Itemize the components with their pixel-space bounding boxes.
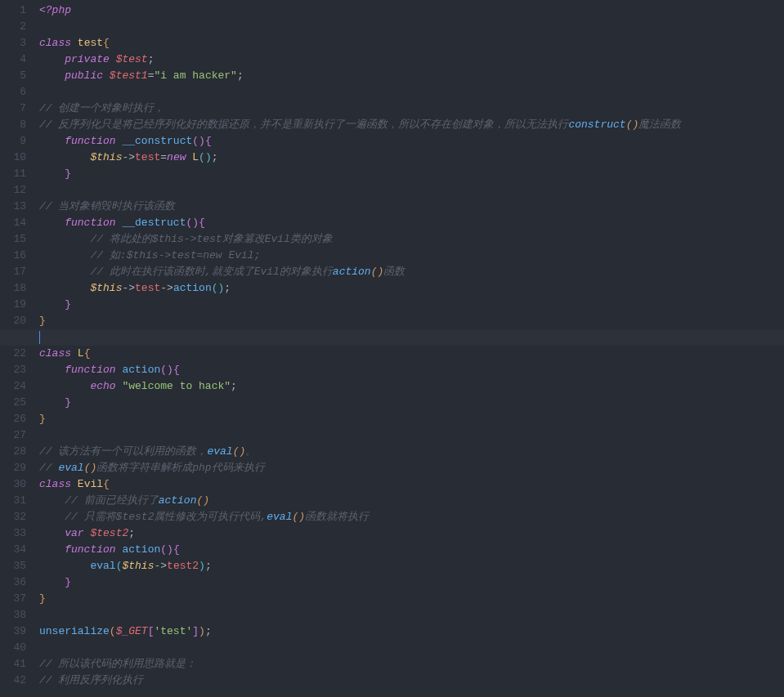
token-brace: { (84, 347, 91, 360)
token-cmtbrace: () (371, 266, 384, 278)
code-line[interactable] (33, 607, 784, 623)
token-comment: // 当对象销毁时执行该函数 (39, 200, 175, 212)
token-string: "welcome to hack" (122, 380, 231, 392)
token-brace2: { (173, 543, 180, 556)
line-number: 11 (0, 166, 33, 182)
code-line[interactable]: } (33, 313, 784, 329)
line-number: 14 (0, 215, 33, 231)
code-line[interactable]: } (33, 395, 784, 411)
token-keyword: private (65, 53, 110, 65)
line-number: 13 (0, 199, 33, 215)
token-brace2: } (65, 396, 71, 409)
code-line[interactable]: } (33, 591, 784, 607)
code-line[interactable]: $this->test->action(); (33, 280, 784, 297)
line-number: 7 (0, 101, 33, 117)
token-keyword: function (65, 364, 115, 376)
code-line[interactable]: // 如:$this->test=new Evil; (33, 248, 784, 264)
code-line[interactable]: class L{ (33, 346, 784, 362)
token-op: -> (154, 560, 167, 572)
code-line[interactable] (33, 182, 784, 199)
line-number: 17 (0, 264, 33, 280)
token-comment: 函数就将执行 (305, 511, 369, 523)
code-line[interactable] (33, 640, 784, 656)
code-line[interactable]: // 前面已经执行了action() (33, 493, 784, 509)
code-line[interactable]: function __construct(){ (33, 133, 784, 150)
code-line[interactable]: public $test1="i am hacker"; (33, 68, 784, 84)
code-area[interactable]: <?php class test{ private $test; public … (33, 0, 784, 689)
code-line[interactable]: } (33, 411, 784, 427)
token-var: $test1 (110, 69, 148, 82)
code-line[interactable]: // 此时在执行该函数时,就变成了Evil的对象执行action()函数 (33, 264, 784, 280)
code-line[interactable]: <?php (33, 2, 784, 19)
code-line[interactable] (33, 329, 784, 346)
token-cmtbrace: () (233, 445, 246, 458)
token-op: -> (122, 151, 135, 163)
token-punct: ; (148, 53, 155, 65)
token-default (39, 527, 65, 539)
token-brace: } (39, 592, 46, 605)
code-line[interactable]: function action(){ (33, 542, 784, 558)
code-line[interactable]: // 反序列化只是将已经序列化好的数据还原，并不是重新执行了一遍函数，所以不存在… (33, 117, 784, 133)
token-punct: ; (231, 380, 237, 392)
code-line[interactable]: var $test2; (33, 525, 784, 542)
token-brace2: () (160, 364, 173, 376)
token-brace2: () (186, 217, 199, 229)
line-number: 39 (0, 623, 33, 640)
code-line[interactable]: // 利用反序列化执行 (33, 672, 784, 689)
code-line[interactable]: } (33, 297, 784, 313)
line-number: 42 (0, 672, 33, 689)
code-line[interactable]: // 该方法有一个可以利用的函数，eval()。 (33, 444, 784, 460)
code-line[interactable]: } (33, 166, 784, 182)
token-default (39, 151, 90, 163)
token-brace: } (39, 315, 46, 327)
code-line[interactable]: class test{ (33, 35, 784, 51)
line-number: 36 (0, 574, 33, 591)
token-default (39, 396, 65, 409)
line-number: 1 (0, 2, 33, 19)
code-line[interactable]: function __destruct(){ (33, 215, 784, 231)
token-php: <? (39, 4, 52, 16)
code-line[interactable]: // 将此处的$this->test对象篡改Evil类的对象 (33, 231, 784, 248)
line-number: 4 (0, 51, 33, 68)
line-number: 5 (0, 68, 33, 84)
token-cmtfunc: eval (58, 462, 83, 474)
token-brace2: ] (192, 625, 199, 637)
code-line[interactable]: } (33, 574, 784, 591)
token-brace2: } (65, 576, 71, 588)
token-brace2: () (160, 543, 173, 556)
code-line[interactable]: // 只需将$test2属性修改为可执行代码,eval()函数就将执行 (33, 509, 784, 525)
code-line[interactable]: echo "welcome to hack"; (33, 378, 784, 395)
token-comment: // 只需将$test2属性修改为可执行代码, (65, 511, 267, 523)
code-line[interactable]: private $test; (33, 51, 784, 68)
token-comment: 函数将字符串解析成php代码来执行 (96, 462, 264, 474)
token-keyword: class (39, 478, 71, 490)
token-prop: test (135, 282, 160, 294)
code-line[interactable]: // 创建一个对象时执行， (33, 101, 784, 117)
token-keyword: new (167, 151, 186, 163)
token-default (39, 69, 65, 82)
code-line[interactable]: unserialize($_GET['test']); (33, 623, 784, 640)
code-editor[interactable]: 1234567891011121314151617181920212223242… (0, 0, 784, 689)
line-number: 38 (0, 607, 33, 623)
code-line[interactable] (33, 84, 784, 101)
code-line[interactable]: eval($this->test2); (33, 558, 784, 574)
token-default (71, 478, 78, 490)
code-line[interactable]: // 当对象销毁时执行该函数 (33, 199, 784, 215)
token-class: Evil (78, 478, 103, 490)
line-number: 19 (0, 297, 33, 313)
line-number: 6 (0, 84, 33, 101)
line-number: 25 (0, 395, 33, 411)
code-line[interactable]: // 所以该代码的利用思路就是： (33, 656, 784, 672)
token-func: action (122, 543, 160, 556)
code-line[interactable] (33, 427, 784, 444)
code-line[interactable]: $this->test=new L(); (33, 150, 784, 166)
code-line[interactable]: function action(){ (33, 362, 784, 378)
line-number: 33 (0, 525, 33, 542)
code-line[interactable] (33, 19, 784, 35)
token-func: unserialize (39, 625, 110, 637)
code-line[interactable]: // eval()函数将字符串解析成php代码来执行 (33, 460, 784, 476)
token-cmtfunc: eval (207, 445, 232, 458)
token-default (39, 511, 65, 523)
code-line[interactable]: class Evil{ (33, 476, 784, 493)
token-varth: $this (90, 282, 122, 294)
